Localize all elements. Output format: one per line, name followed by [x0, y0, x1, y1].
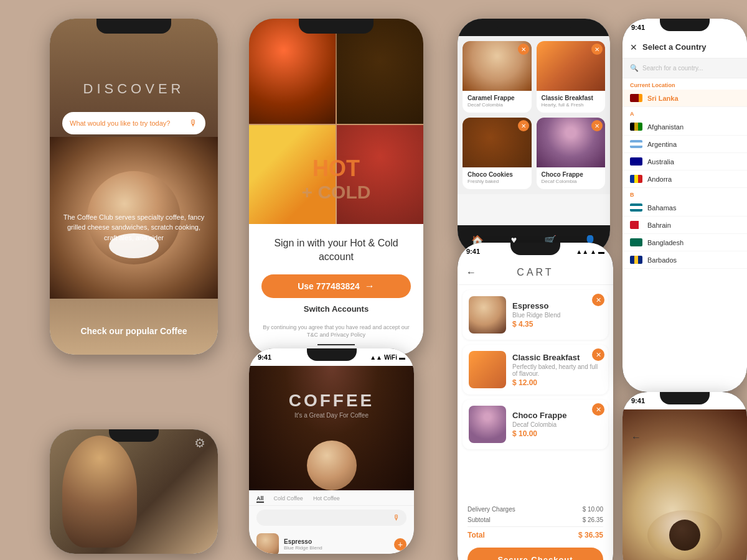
- tab-cold[interactable]: Cold Coffee: [274, 495, 303, 503]
- phone-cart: 9:41 ▲▲ ▲ ▬ ← CART Espresso Blue Ridge B…: [458, 243, 613, 560]
- status-time: 9:41: [258, 353, 271, 361]
- secure-checkout-button[interactable]: Secure Checkout: [467, 548, 603, 560]
- coffee-cup-overlay: [307, 441, 357, 490]
- total-row: Total $ 36.35: [467, 526, 603, 541]
- espresso-details: Espresso Blue Ridge Blend $ 4.35: [512, 301, 560, 329]
- coffee-big-label: COFFEE: [249, 391, 414, 411]
- total-label: Total: [467, 531, 485, 539]
- country-name-bahamas: Bahamas: [647, 204, 676, 212]
- switch-accounts-label[interactable]: Switch Accounts: [304, 304, 369, 314]
- list-item-espresso[interactable]: Espresso Blue Ridge Blend +: [249, 530, 414, 554]
- tab-hot[interactable]: Hot Coffee: [313, 495, 340, 503]
- notch: [299, 19, 374, 34]
- breakfast-sub: Perfectly baked, hearty and full of flav…: [512, 363, 602, 377]
- country-item-bahrain[interactable]: Bahrain: [622, 217, 747, 234]
- flag-argentina: [630, 140, 642, 148]
- search-mic-icon[interactable]: 🎙: [393, 513, 400, 522]
- use-account-button[interactable]: Use 777483824 →: [261, 274, 411, 298]
- country-name-australia: Australia: [647, 158, 674, 166]
- remove-choco-button[interactable]: ✕: [592, 403, 604, 416]
- country-name-argentina: Argentina: [647, 141, 677, 148]
- espresso-thumbnail: [256, 533, 279, 554]
- phone-hot-cold: HOT + COLD Sign in with your Hot & Cold …: [249, 19, 423, 355]
- settings-icon[interactable]: ⚙: [194, 436, 205, 450]
- coffee-search-bar[interactable]: 🎙: [256, 510, 406, 526]
- country-item-sri-lanka[interactable]: Sri Lanka: [622, 90, 747, 107]
- close-button[interactable]: ✕: [630, 42, 637, 52]
- menu-card-choco-frappe[interactable]: Choco Frappe Decaf Colombia ✕: [537, 118, 606, 189]
- espresso-name: Espresso: [512, 301, 560, 310]
- signal-icon: ▲▲: [370, 354, 382, 361]
- remove-espresso-button[interactable]: ✕: [592, 294, 604, 306]
- cart-item-choco: Choco Frappe Decaf Colombia $ 10.00 ✕: [463, 399, 608, 449]
- menu-card-sub: Decaf Colombia: [467, 102, 527, 108]
- remove-choco-frappe-button[interactable]: ✕: [591, 120, 603, 131]
- country-item-barbados[interactable]: Barbados: [622, 251, 747, 269]
- status-icons: ▲▲ WiFi ▬: [370, 354, 405, 361]
- remove-cookies-button[interactable]: ✕: [518, 120, 529, 131]
- flag-bahrain: [630, 221, 642, 229]
- menu-card-name: Choco Cookies: [467, 171, 527, 178]
- current-location-label: Current Location: [622, 78, 747, 90]
- country-name-barbados: Barbados: [647, 256, 677, 264]
- country-item-australia[interactable]: Australia: [622, 153, 747, 170]
- coffee-list: All Cold Coffee Hot Coffee 🎙 Espresso Bl…: [249, 490, 414, 554]
- remove-breakfast-button[interactable]: ✕: [591, 44, 603, 55]
- country-item-argentina[interactable]: Argentina: [622, 136, 747, 153]
- espresso-info: Espresso Blue Ridge Blend: [284, 538, 389, 551]
- menu-card-sub: Freshly baked: [467, 179, 527, 184]
- choco-price: $ 10.00: [512, 429, 566, 438]
- status-time: 9:41: [466, 248, 480, 255]
- use-account-label: Use 777483824: [298, 281, 360, 291]
- cart-title: CART: [517, 267, 553, 278]
- country-item-afghanistan[interactable]: Afghanistan: [622, 118, 747, 136]
- tab-all[interactable]: All: [256, 495, 264, 503]
- flag-sri-lanka: [630, 94, 642, 102]
- country-item-bangladesh[interactable]: Bangladesh: [622, 234, 747, 251]
- popular-coffee-label: Check our popular Coffee: [50, 326, 218, 336]
- subtotal-row: Subtotal $ 26.35: [467, 515, 603, 525]
- flag-andorra: [630, 175, 642, 183]
- remove-breakfast-button[interactable]: ✕: [592, 348, 604, 361]
- menu-card-frappe[interactable]: Caramel Frappe Decaf Colombia ✕: [463, 41, 532, 113]
- choco-sub: Decaf Colombia: [512, 421, 566, 428]
- select-country-title: Select a Country: [642, 42, 707, 52]
- breakfast-price: $ 12.00: [512, 378, 602, 387]
- phone-discover: DISCOVER What would you like to try toda…: [50, 19, 218, 355]
- search-input: [263, 518, 389, 518]
- country-search-bar[interactable]: 🔍 Search for a country...: [622, 58, 747, 78]
- battery-icon: ▬: [598, 248, 604, 255]
- country-item-bahamas[interactable]: Bahamas: [622, 199, 747, 217]
- coffee-hero-image: COFFEE It's a Great Day For Coffee: [249, 366, 414, 490]
- delivery-label: Delivery Charges: [467, 506, 515, 513]
- espresso-image: [469, 296, 506, 334]
- country-item-andorra[interactable]: Andorra: [622, 170, 747, 188]
- country-name-bahrain: Bahrain: [647, 222, 671, 229]
- mic-icon[interactable]: 🎙: [189, 118, 198, 128]
- cart-back-button[interactable]: ←: [466, 267, 476, 278]
- menu-card-sub: Decaf Colombia: [542, 179, 601, 184]
- menu-card-breakfast[interactable]: Classic Breakfast Hearty, full & Fresh ✕: [537, 41, 606, 113]
- breakfast-image: [469, 351, 506, 388]
- flag-australia: [630, 157, 642, 166]
- phone-coffee-detail: 9:41 ←: [622, 392, 747, 560]
- search-bar[interactable]: What would you like to try today? 🎙: [62, 112, 205, 134]
- espresso-price: $ 4.35: [512, 320, 560, 329]
- food-hero-image: HOT + COLD: [249, 19, 423, 230]
- back-button[interactable]: ←: [631, 432, 641, 443]
- arrow-right-icon: →: [365, 281, 375, 292]
- notch: [660, 392, 710, 404]
- menu-card-sub: Hearty, full & Fresh: [542, 102, 601, 108]
- country-name-andorra: Andorra: [647, 175, 672, 183]
- add-espresso-button[interactable]: +: [394, 538, 406, 551]
- country-header: ✕ Select a Country: [622, 36, 747, 58]
- menu-card-cookies[interactable]: Choco Cookies Freshly baked ✕: [463, 118, 532, 189]
- search-icon: 🔍: [630, 64, 639, 72]
- discover-title: DISCOVER: [50, 81, 218, 97]
- notch: [510, 243, 560, 255]
- search-text: What would you like to try today?: [70, 119, 184, 127]
- remove-frappe-button[interactable]: ✕: [518, 44, 529, 55]
- flag-barbados: [630, 256, 642, 264]
- cold-label: + COLD: [249, 182, 423, 203]
- food-item-2: [337, 19, 423, 124]
